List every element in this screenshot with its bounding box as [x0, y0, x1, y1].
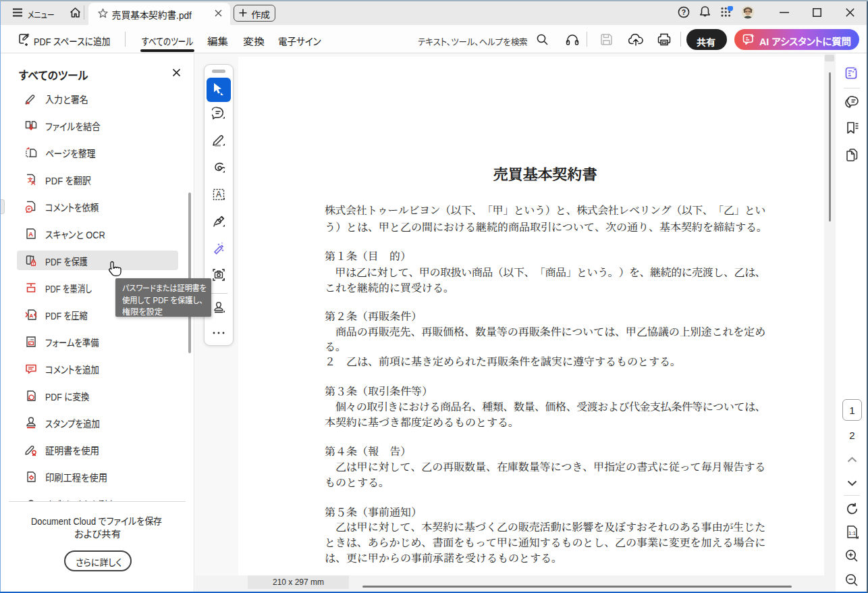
svg-text:A: A	[216, 190, 221, 199]
svg-text:A: A	[28, 230, 33, 238]
svg-text:A: A	[30, 313, 34, 319]
svg-text:?: ?	[682, 8, 686, 16]
svg-text:1:1: 1:1	[848, 530, 857, 536]
svg-text:A: A	[31, 180, 36, 186]
